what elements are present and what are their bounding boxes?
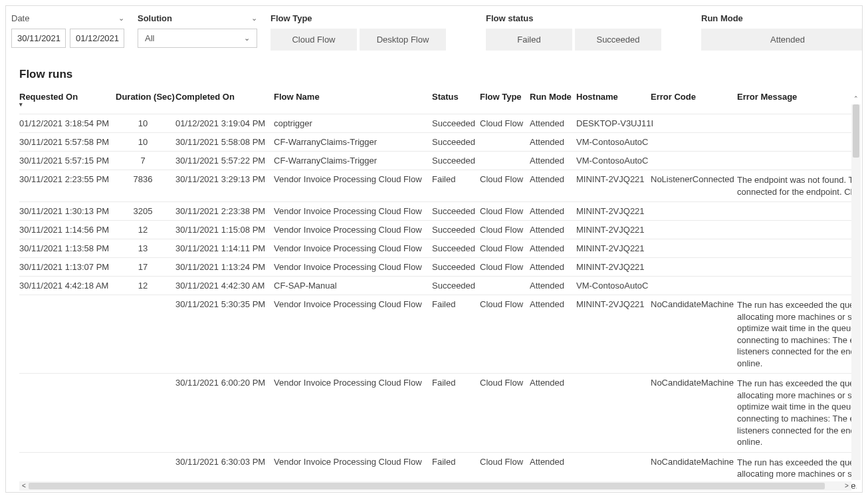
run-mode-label: Run Mode bbox=[701, 13, 743, 23]
scroll-right-icon[interactable]: > bbox=[842, 481, 851, 491]
table-row[interactable]: 30/11/2021 5:30:35 PMVendor Invoice Proc… bbox=[19, 295, 857, 374]
col-hostname[interactable]: Hostname bbox=[576, 88, 651, 114]
col-completed-on[interactable]: Completed On bbox=[175, 88, 274, 114]
flow-type-label: Flow Type bbox=[271, 13, 312, 23]
cell: Attended bbox=[530, 170, 576, 202]
flow-status-succeeded-button[interactable]: Succeeded bbox=[575, 29, 661, 51]
cell: Vendor Invoice Processing Cloud Flow bbox=[274, 221, 432, 239]
cell: Succeeded bbox=[432, 258, 480, 277]
cell bbox=[576, 374, 651, 452]
cell: 30/11/2021 5:57:58 PM bbox=[19, 133, 116, 152]
cell: Attended bbox=[530, 374, 576, 452]
col-flow-type[interactable]: Flow Type bbox=[480, 88, 530, 114]
flow-type-desktop-button[interactable]: Desktop Flow bbox=[360, 29, 446, 51]
col-status[interactable]: Status bbox=[432, 88, 480, 114]
solution-value: All bbox=[145, 33, 154, 43]
cell bbox=[651, 258, 737, 277]
flow-type-cloud-button[interactable]: Cloud Flow bbox=[271, 29, 357, 51]
horizontal-scrollbar[interactable]: < > bbox=[19, 481, 851, 491]
table-row[interactable]: 30/11/2021 1:30:13 PM320530/11/2021 2:23… bbox=[19, 202, 857, 221]
cell: MININT-2VJQ221 bbox=[576, 170, 651, 202]
cell: 7 bbox=[116, 152, 175, 170]
cell: Succeeded bbox=[432, 277, 480, 295]
cell: 30/11/2021 1:30:13 PM bbox=[19, 202, 116, 221]
cell: 30/11/2021 1:14:11 PM bbox=[175, 239, 274, 258]
date-to-input[interactable]: 01/12/2021 bbox=[70, 29, 124, 48]
col-flow-name[interactable]: Flow Name bbox=[274, 88, 432, 114]
cell bbox=[480, 277, 530, 295]
cell: Attended bbox=[530, 258, 576, 277]
cell bbox=[480, 133, 530, 152]
cell: Succeeded bbox=[432, 239, 480, 258]
cell: Cloud Flow bbox=[480, 258, 530, 277]
flow-runs-table-wrapper: Requested On▾ Duration (Sec) Completed O… bbox=[19, 88, 857, 493]
cell: Vendor Invoice Processing Cloud Flow bbox=[274, 258, 432, 277]
col-error-message[interactable]: Error Message bbox=[737, 88, 857, 114]
cell bbox=[116, 295, 175, 374]
chevron-down-icon[interactable]: ⌄ bbox=[251, 14, 257, 23]
table-row[interactable]: 30/11/2021 6:00:20 PMVendor Invoice Proc… bbox=[19, 374, 857, 452]
filter-bar: Date ⌄ 30/11/2021 01/12/2021 Solution ⌄ … bbox=[6, 6, 862, 51]
solution-label: Solution bbox=[138, 13, 172, 23]
table-row[interactable]: 30/11/2021 4:42:18 AM1230/11/2021 4:42:3… bbox=[19, 277, 857, 295]
cell bbox=[737, 114, 857, 133]
cell: 30/11/2021 1:13:07 PM bbox=[19, 258, 116, 277]
flow-status-failed-button[interactable]: Failed bbox=[486, 29, 572, 51]
cell: Cloud Flow bbox=[480, 374, 530, 452]
col-run-mode[interactable]: Run Mode bbox=[530, 88, 576, 114]
cell: 12 bbox=[116, 221, 175, 239]
cell: Cloud Flow bbox=[480, 221, 530, 239]
cell bbox=[737, 152, 857, 170]
table-row[interactable]: 30/11/2021 1:14:56 PM1230/11/2021 1:15:0… bbox=[19, 221, 857, 239]
table-row[interactable]: 30/11/2021 2:23:55 PM783630/11/2021 3:29… bbox=[19, 170, 857, 202]
cell: Failed bbox=[432, 295, 480, 374]
flow-status-filter: Flow status Failed Succeeded bbox=[486, 11, 661, 51]
scroll-thumb[interactable] bbox=[853, 104, 859, 158]
col-error-code[interactable]: Error Code bbox=[651, 88, 737, 114]
cell: Succeeded bbox=[432, 221, 480, 239]
cell: 30/11/2021 5:57:22 PM bbox=[175, 152, 274, 170]
solution-filter: Solution ⌄ All ⌄ bbox=[138, 11, 257, 48]
cell: Attended bbox=[530, 133, 576, 152]
scroll-left-icon[interactable]: < bbox=[19, 481, 29, 491]
scroll-up-icon[interactable]: ⌃ bbox=[851, 95, 861, 102]
cell: The run has exceeded the queue waiting a… bbox=[737, 374, 857, 452]
cell: Cloud Flow bbox=[480, 202, 530, 221]
cell: 30/11/2021 5:57:15 PM bbox=[19, 152, 116, 170]
cell: Vendor Invoice Processing Cloud Flow bbox=[274, 374, 432, 452]
cell: CF-WarranyClaims-Trigger bbox=[274, 133, 432, 152]
cell: Cloud Flow bbox=[480, 295, 530, 374]
table-row[interactable]: 30/11/2021 1:13:58 PM1330/11/2021 1:14:1… bbox=[19, 239, 857, 258]
table-row[interactable]: 30/11/2021 5:57:58 PM1030/11/2021 5:58:0… bbox=[19, 133, 857, 152]
table-row[interactable]: 01/12/2021 3:18:54 PM1001/12/2021 3:19:0… bbox=[19, 114, 857, 133]
cell bbox=[651, 277, 737, 295]
date-from-input[interactable]: 30/11/2021 bbox=[11, 29, 66, 48]
cell: Vendor Invoice Processing Cloud Flow bbox=[274, 239, 432, 258]
cell: 30/11/2021 1:15:08 PM bbox=[175, 221, 274, 239]
cell: CF-SAP-Manual bbox=[274, 277, 432, 295]
cell: VM-ContosoAutoC bbox=[576, 152, 651, 170]
cell bbox=[737, 133, 857, 152]
cell: Failed bbox=[432, 170, 480, 202]
cell: DESKTOP-V3UJ11I bbox=[576, 114, 651, 133]
cell: Succeeded bbox=[432, 202, 480, 221]
cell: CF-WarranyClaims-Trigger bbox=[274, 152, 432, 170]
cell: Attended bbox=[530, 221, 576, 239]
cell: VM-ContosoAutoC bbox=[576, 277, 651, 295]
flow-type-filter: Flow Type Cloud Flow Desktop Flow bbox=[271, 11, 446, 51]
cell: Cloud Flow bbox=[480, 239, 530, 258]
cell: 10 bbox=[116, 114, 175, 133]
table-row[interactable]: 30/11/2021 5:57:15 PM730/11/2021 5:57:22… bbox=[19, 152, 857, 170]
col-duration[interactable]: Duration (Sec) bbox=[116, 88, 175, 114]
run-mode-filter: Run Mode Attended bbox=[701, 11, 863, 51]
flow-status-label: Flow status bbox=[486, 13, 534, 23]
col-requested-on[interactable]: Requested On▾ bbox=[19, 88, 116, 114]
table-row[interactable]: 30/11/2021 1:13:07 PM1730/11/2021 1:13:2… bbox=[19, 258, 857, 277]
vertical-scrollbar[interactable]: ⌃ bbox=[851, 104, 861, 480]
run-mode-attended-button[interactable]: Attended bbox=[701, 29, 863, 51]
cell bbox=[737, 239, 857, 258]
chevron-down-icon[interactable]: ⌄ bbox=[118, 14, 124, 23]
solution-select[interactable]: All ⌄ bbox=[138, 29, 257, 48]
scroll-thumb[interactable] bbox=[29, 483, 825, 489]
cell bbox=[651, 114, 737, 133]
